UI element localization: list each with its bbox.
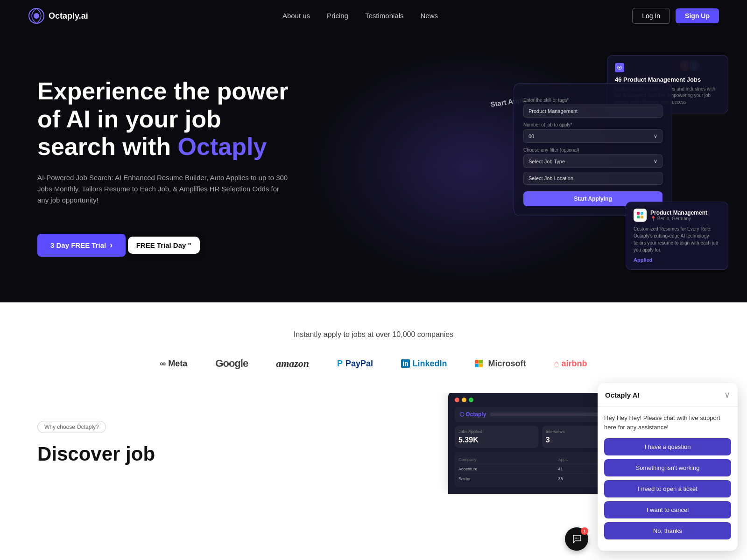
nav-item-testimonials[interactable]: Testimonials (365, 12, 404, 20)
job-location-field: Select Job Location (523, 172, 662, 185)
skill-field: Product Management (523, 105, 662, 118)
slack-icon (634, 209, 647, 222)
companies-title: Instantly apply to jobs at over 10,000 c… (19, 330, 728, 339)
free-trial-badge: FREE Trial Day " (128, 237, 200, 254)
question-button[interactable]: I have a question (604, 438, 731, 455)
nav-item-pricing[interactable]: Pricing (327, 12, 348, 20)
svg-point-3 (619, 67, 620, 69)
job-type-field: Select Job Type ∨ (523, 154, 662, 168)
hero-cards: S G 46 Product Management Jobs Explore a… (486, 55, 728, 279)
jobs-card-header (615, 63, 720, 72)
navbar: Octaply.ai About us Pricing Testimonials… (0, 0, 747, 32)
minimize-dot (462, 398, 466, 402)
nav-actions: Log In Sign Up (632, 8, 719, 24)
chat-close-button[interactable]: ∨ (724, 390, 730, 400)
trial-button[interactable]: 3 Day FREE Trial › (37, 234, 126, 257)
nav-link-news[interactable]: News (420, 12, 438, 20)
nav-item-news[interactable]: News (420, 12, 438, 20)
paypal-logo: PPayPal (337, 359, 373, 369)
discover-tag[interactable]: Why choose Octaply? (37, 421, 106, 433)
svg-rect-7 (641, 216, 643, 218)
signup-button[interactable]: Sign Up (676, 8, 719, 23)
free-trial-text: FREE Trial Day " (136, 241, 191, 249)
product-title: Product Management (650, 210, 707, 216)
field1-label: Enter the skill or tags* (523, 98, 662, 103)
chevron-down-icon: ∨ (724, 390, 730, 399)
row1-company: Accenture (458, 467, 557, 471)
svg-rect-4 (637, 212, 640, 215)
chat-header: Octaply AI ∨ (598, 383, 738, 407)
close-dot (455, 398, 459, 402)
nav-link-testimonials[interactable]: Testimonials (365, 12, 404, 20)
hero-text: Experience the power of AI in your job s… (37, 77, 289, 257)
svg-rect-6 (637, 216, 640, 218)
amazon-logo: amazon (276, 357, 309, 370)
nav-links: About us Pricing Testimonials News (282, 12, 438, 20)
ticket-button[interactable]: I need to open a ticket (604, 480, 731, 494)
chat-message: Hey Hey Hey! Please chat with live suppo… (604, 413, 731, 432)
stat-label-1: Jobs Applied (458, 429, 535, 434)
stat-value-1: 5.39K (458, 436, 535, 444)
field3-label: Choose any filter (optional) (523, 147, 662, 153)
product-location: 📍 Berlin, Germany (650, 216, 707, 221)
airbnb-logo: ⌂ airbnb (554, 359, 587, 369)
preview-logo: ⬡ Octaply (459, 411, 486, 418)
login-button[interactable]: Log In (632, 8, 670, 24)
linkedin-logo: in LinkedIn (401, 359, 447, 369)
product-card: Product Management 📍 Berlin, Germany Cus… (626, 202, 728, 270)
chat-title: Octaply AI (605, 391, 640, 399)
product-desc: Customized Resumes for Every Role: Octap… (634, 225, 720, 253)
eye-icon (615, 63, 624, 72)
nav-link-about[interactable]: About us (282, 12, 310, 20)
applied-status: Applied (634, 257, 720, 263)
hero-title-accent: Octaply (178, 133, 267, 160)
google-logo: Google (215, 357, 248, 370)
nav-link-pricing[interactable]: Pricing (327, 12, 348, 20)
maximize-dot (469, 398, 473, 402)
jobs-count-title: 46 Product Management Jobs (615, 76, 720, 83)
product-title-group: Product Management 📍 Berlin, Germany (650, 210, 707, 221)
companies-section: Instantly apply to jobs at over 10,000 c… (0, 302, 747, 393)
number-field: 00 ∨ (523, 129, 662, 143)
stat-card-1: Jobs Applied 5.39K (455, 426, 538, 448)
product-card-header: Product Management 📍 Berlin, Germany (634, 209, 720, 222)
chat-widget: Octaply AI ∨ Hey Hey Hey! Please chat wi… (598, 383, 738, 494)
row2-company: Sector (458, 476, 557, 481)
hero-subtitle: AI-Powered Job Search: AI Enhanced Resum… (37, 172, 289, 206)
trial-arrow: › (110, 240, 113, 250)
not-working-button[interactable]: Something isn't working (604, 459, 731, 476)
svg-rect-5 (641, 212, 643, 215)
apply-form-card: Enter the skill or tags* Product Managem… (514, 83, 672, 216)
nav-item-about[interactable]: About us (282, 12, 310, 20)
hero-section: Experience the power of AI in your job s… (0, 32, 747, 302)
field2-label: Number of job to apply* (523, 122, 662, 127)
logo[interactable]: Octaply.ai (28, 7, 88, 24)
companies-logos: ∞ Meta Google amazon PPayPal in LinkedIn… (19, 357, 728, 370)
col-company: Company (458, 457, 557, 462)
meta-logo: ∞ Meta (160, 359, 188, 369)
logo-text: Octaply.ai (49, 11, 88, 21)
hero-title: Experience the power of AI in your job s… (37, 77, 289, 161)
logo-icon (28, 7, 45, 24)
chat-body: Hey Hey Hey! Please chat with live suppo… (598, 407, 738, 494)
microsoft-logo: Microsoft (475, 359, 526, 369)
svg-point-1 (34, 13, 39, 19)
